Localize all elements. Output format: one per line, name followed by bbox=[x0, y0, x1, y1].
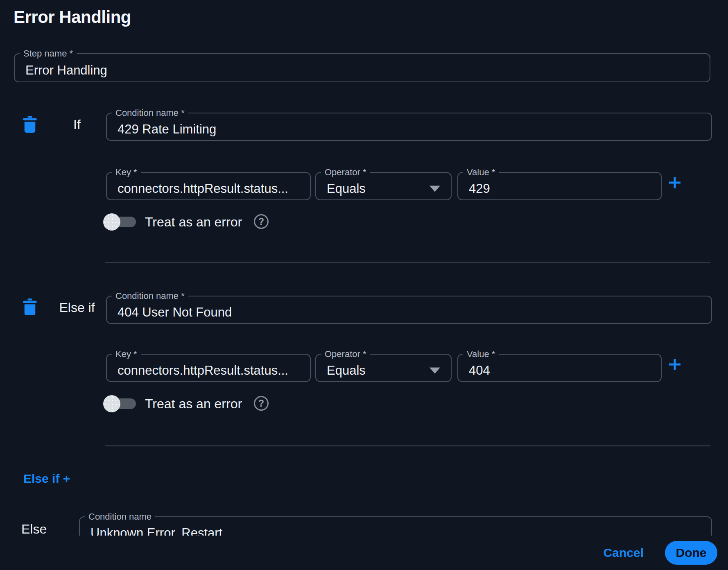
condition-name-label: Condition name bbox=[85, 511, 155, 522]
section-divider bbox=[105, 446, 710, 446]
treat-as-error-label: Treat as an error bbox=[145, 396, 242, 412]
key-input[interactable]: connectors.httpResult.status... bbox=[118, 363, 302, 378]
branch-label-elseif: Else if bbox=[49, 300, 105, 315]
delete-if-condition-button[interactable] bbox=[23, 116, 37, 133]
value-input[interactable]: 404 bbox=[469, 363, 653, 378]
chevron-down-icon bbox=[430, 185, 440, 192]
help-icon[interactable]: ? bbox=[254, 396, 269, 411]
add-expression-button[interactable] bbox=[666, 174, 684, 192]
value-label: Value * bbox=[463, 349, 499, 360]
branch-label-else: Else bbox=[21, 522, 47, 537]
cancel-button[interactable]: Cancel bbox=[601, 545, 646, 560]
value-input[interactable]: 429 bbox=[469, 181, 653, 196]
condition-name-label: Condition name * bbox=[112, 291, 188, 301]
operator-select[interactable]: Operator * Equals bbox=[315, 167, 452, 200]
treat-as-error-toggle[interactable] bbox=[103, 213, 136, 231]
value-field[interactable]: Value * 404 bbox=[457, 349, 662, 382]
key-input[interactable]: connectors.httpResult.status... bbox=[118, 181, 302, 196]
key-label: Key * bbox=[112, 349, 141, 360]
done-button[interactable]: Done bbox=[665, 541, 717, 565]
question-mark-glyph: ? bbox=[258, 398, 264, 409]
operator-value[interactable]: Equals bbox=[327, 363, 443, 378]
step-name-input[interactable]: Error Handling bbox=[25, 63, 701, 78]
condition-name-field[interactable]: Condition name * 404 User Not Found bbox=[106, 291, 712, 324]
add-expression-button[interactable] bbox=[666, 355, 684, 373]
operator-value[interactable]: Equals bbox=[327, 181, 443, 196]
delete-elseif-condition-button[interactable] bbox=[23, 299, 37, 316]
branch-label-if: If bbox=[49, 117, 105, 132]
condition-name-input[interactable]: 429 Rate Limiting bbox=[118, 122, 703, 137]
toggle-thumb bbox=[103, 395, 120, 412]
step-name-field[interactable]: Step name * Error Handling bbox=[14, 48, 710, 82]
question-mark-glyph: ? bbox=[258, 216, 264, 227]
treat-as-error-label: Treat as an error bbox=[145, 215, 242, 230]
condition-name-field[interactable]: Condition name * 429 Rate Limiting bbox=[106, 108, 712, 141]
trash-icon bbox=[23, 116, 37, 133]
step-name-label: Step name * bbox=[20, 48, 77, 59]
plus-icon bbox=[667, 357, 682, 372]
section-divider bbox=[105, 262, 710, 263]
add-elseif-button[interactable]: Else if + bbox=[23, 472, 70, 486]
value-field[interactable]: Value * 429 bbox=[457, 167, 662, 200]
key-field[interactable]: Key * connectors.httpResult.status... bbox=[106, 349, 311, 382]
key-label: Key * bbox=[112, 167, 141, 178]
dialog-footer: Cancel Done bbox=[0, 536, 728, 570]
key-field[interactable]: Key * connectors.httpResult.status... bbox=[106, 167, 311, 200]
treat-as-error-toggle[interactable] bbox=[103, 395, 136, 412]
condition-name-input[interactable]: 404 User Not Found bbox=[118, 305, 703, 320]
page-title: Error Handling bbox=[14, 7, 131, 27]
help-icon[interactable]: ? bbox=[254, 214, 269, 229]
operator-select[interactable]: Operator * Equals bbox=[315, 349, 452, 382]
plus-icon bbox=[667, 175, 682, 190]
condition-name-label: Condition name * bbox=[112, 108, 188, 118]
toggle-thumb bbox=[103, 213, 120, 231]
operator-label: Operator * bbox=[321, 167, 370, 178]
trash-icon bbox=[23, 299, 37, 316]
value-label: Value * bbox=[463, 167, 499, 178]
chevron-down-icon bbox=[430, 367, 440, 373]
operator-label: Operator * bbox=[321, 349, 370, 360]
